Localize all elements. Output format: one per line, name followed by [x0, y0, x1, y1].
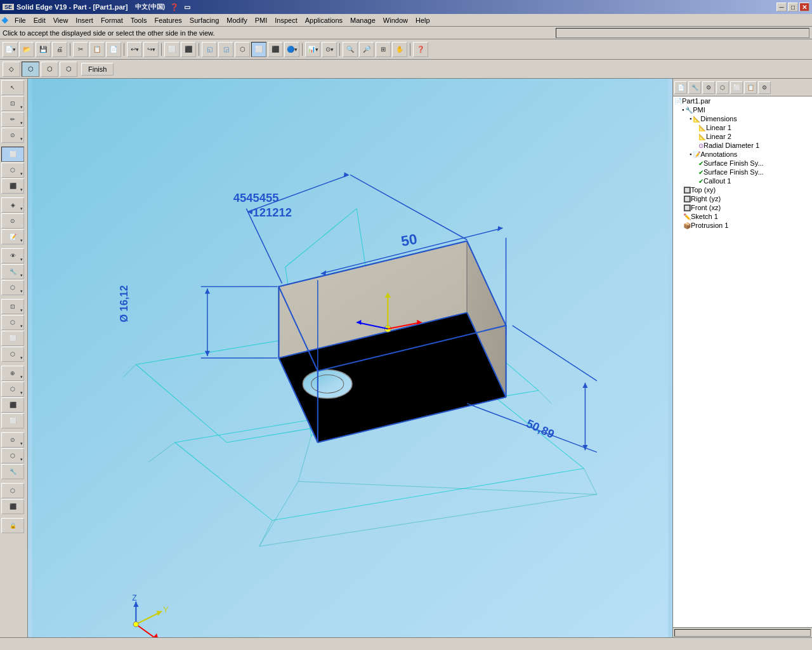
extra1[interactable]: ⬡ [1, 483, 24, 498]
menu-item-view[interactable]: View [49, 15, 72, 25]
minimize-button[interactable]: ─ [776, 3, 787, 11]
pmi-btn3[interactable]: ⬡ [41, 62, 58, 77]
menu-item-surfacing[interactable]: Surfacing [186, 15, 223, 25]
zoom-button[interactable]: 🔍 [343, 42, 358, 57]
circle-tool[interactable]: ⊙ [1, 213, 24, 229]
open-button[interactable]: 📂 [19, 42, 34, 57]
select-tool[interactable]: ↖ [1, 80, 24, 95]
menu-item-window[interactable]: Window [379, 15, 412, 25]
tree-item-pmi[interactable]: ▪🔧 PMI [673, 105, 812, 114]
select2-tool[interactable]: ⊡▾ [1, 96, 24, 111]
tool2[interactable]: ⬡▾ [1, 315, 24, 330]
tree-item-annotations[interactable]: ▪📝 Annotations [673, 150, 812, 159]
paste-button[interactable]: 📄 [106, 42, 121, 57]
display3-button[interactable]: 🔵▾ [284, 42, 299, 57]
undo-button[interactable]: ↩▾ [127, 42, 142, 57]
menu-item-inspect[interactable]: Inspect [271, 15, 301, 25]
tree-expand-dimensions[interactable]: ▪ [690, 116, 691, 122]
tree-item-linear1[interactable]: 📐 Linear 1 [673, 123, 812, 132]
copy-button[interactable]: 📋 [89, 42, 105, 57]
sheet-tool[interactable]: ⬛▾ [1, 178, 24, 194]
tree-item-callout1[interactable]: ✔ Callout 1 [673, 176, 812, 185]
tree-item-sketch1[interactable]: ✏️ Sketch 1 [673, 212, 812, 221]
misc3[interactable]: 🔧 [1, 464, 24, 479]
pmi-btn2-active[interactable]: ⬡ [22, 62, 39, 77]
menu-item-tools[interactable]: Tools [127, 15, 151, 25]
pan-button[interactable]: ✋ [392, 42, 407, 57]
select-button[interactable]: ⊙▾ [322, 42, 337, 57]
menu-item-manage[interactable]: Manage [346, 15, 379, 25]
tree-expand-pmi[interactable]: ▪ [682, 107, 684, 113]
pmi-btn1[interactable]: ◇ [3, 62, 20, 77]
view3d-button[interactable]: ⬛ [181, 42, 196, 57]
tree-item-surface2[interactable]: ✔ Surface Finish Sy... [673, 168, 812, 176]
tree-item-radial[interactable]: ⊙ Radial Diameter 1 [673, 141, 812, 150]
menu-item-pmi[interactable]: PMI [251, 15, 272, 25]
relate-tool[interactable]: ⊙▾ [1, 128, 24, 143]
grp4[interactable]: ⬜ [1, 413, 24, 428]
menu-item-file[interactable]: File [11, 15, 30, 25]
maximize-button[interactable]: □ [788, 3, 798, 11]
lock-tool[interactable]: 🔒 [1, 518, 24, 533]
annot-tool[interactable]: 📝▾ [1, 229, 24, 244]
pmi-btn4[interactable]: ⬡ [60, 62, 77, 77]
orient3-button[interactable]: ⬡ [235, 42, 250, 57]
grp3[interactable]: ⬛ [1, 397, 24, 413]
extra2[interactable]: ⬛ [1, 499, 24, 514]
orient1-button[interactable]: ◱ [202, 42, 217, 57]
zoomarea-button[interactable]: ⊞ [376, 42, 391, 57]
cut-button[interactable]: ✂ [73, 42, 88, 57]
rt-btn1[interactable]: 📄 [674, 81, 687, 94]
features-button[interactable]: ⬜ [164, 42, 180, 57]
print-button[interactable]: 🖨 [52, 42, 67, 57]
menu-item-format[interactable]: Format [97, 15, 127, 25]
new-button[interactable]: 📄▾ [3, 42, 18, 57]
tool4[interactable]: ⬡▾ [1, 347, 24, 362]
display2-button[interactable]: ⬛ [268, 42, 283, 57]
tree-item-topxy[interactable]: 🔲 Top (xy) [673, 185, 812, 194]
menu-item-edit[interactable]: Edit [30, 15, 49, 25]
tree-expand-annotations[interactable]: ▪ [690, 151, 691, 157]
save-button[interactable]: 💾 [36, 42, 51, 57]
misc1[interactable]: ⊙▾ [1, 432, 24, 448]
grp1[interactable]: ⊕▾ [1, 366, 24, 381]
pmidisplay-button[interactable]: 📊▾ [305, 42, 320, 57]
surface-tool[interactable]: ⬡▾ [1, 162, 24, 178]
right-panel-hscroll[interactable] [673, 627, 812, 637]
tree-item-protrusion1[interactable]: 📦 Protrusion 1 [673, 221, 812, 230]
rt-btn6[interactable]: 📋 [744, 81, 757, 94]
viewport[interactable]: 50 50,89 Ø 16,12 4545455 121212 [28, 79, 672, 637]
tool1[interactable]: ⊡▾ [1, 299, 24, 314]
rt-btn5[interactable]: ⬜ [730, 81, 743, 94]
tree-item-dimensions[interactable]: ▪📐 Dimensions [673, 114, 812, 123]
redo-button[interactable]: ↪▾ [143, 42, 159, 57]
finish-button[interactable]: Finish [81, 63, 114, 76]
rt-btn7[interactable]: ⚙ [758, 81, 771, 94]
menu-item-modify[interactable]: Modify [223, 15, 251, 25]
menu-item-features[interactable]: Features [150, 15, 185, 25]
menu-item-insert[interactable]: Insert [72, 15, 97, 25]
rt-btn2[interactable]: 🔧 [688, 81, 701, 94]
view2-tool[interactable]: 🔧▾ [1, 264, 24, 279]
help-button[interactable]: ❓ [413, 42, 428, 57]
tree-item-surface1[interactable]: ✔ Surface Finish Sy... [673, 159, 812, 168]
close-button[interactable]: ✕ [799, 3, 809, 11]
misc2[interactable]: ⬡▾ [1, 448, 24, 463]
zoomfit-button[interactable]: 🔎 [359, 42, 374, 57]
view3-tool[interactable]: ⬡▾ [1, 280, 24, 295]
menu-item-help[interactable]: Help [412, 15, 434, 25]
tool3[interactable]: ⬜ [1, 331, 24, 346]
menu-item-applications[interactable]: Applications [301, 15, 346, 25]
grp2[interactable]: ⬡▾ [1, 381, 24, 397]
sketch-tool[interactable]: ✏▾ [1, 112, 24, 127]
tree-item-rightyz[interactable]: 🔲 Right (yz) [673, 194, 812, 203]
dim-tool[interactable]: ◈▾ [1, 197, 24, 213]
tree-item-part1par[interactable]: 📄 Part1.par [673, 96, 812, 105]
display-active-button[interactable]: ⬜ [251, 42, 266, 57]
tree-item-frontxz[interactable]: 🔲 Front (xz) [673, 203, 812, 212]
solid-tool[interactable]: ⬜ [1, 147, 24, 162]
tree-item-linear2[interactable]: 📐 Linear 2 [673, 132, 812, 141]
view1-tool[interactable]: 👁▾ [1, 248, 24, 263]
orient2-button[interactable]: ◲ [218, 42, 233, 57]
rt-btn4[interactable]: ⬡ [716, 81, 729, 94]
